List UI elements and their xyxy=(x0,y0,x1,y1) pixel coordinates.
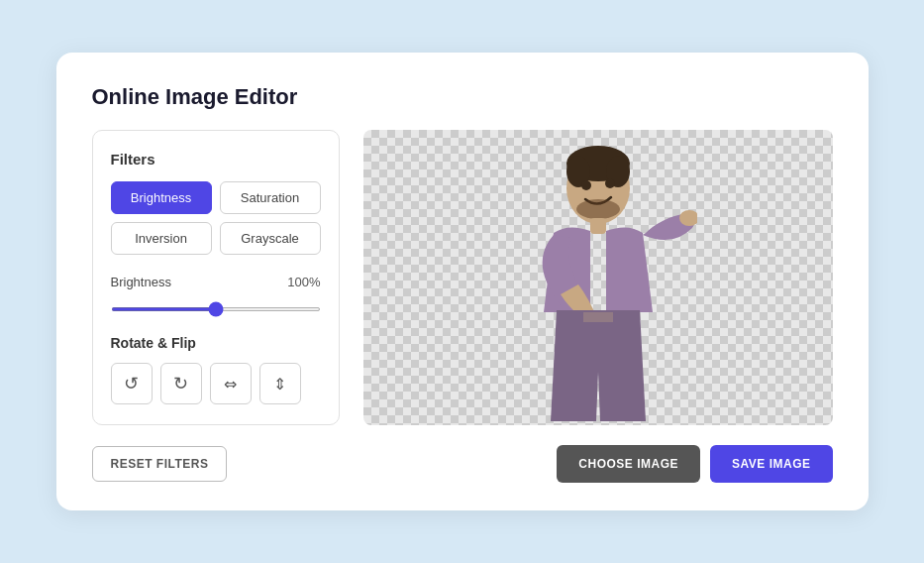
rotate-flip-buttons: ↺ ↻ ⇔ ⇕ xyxy=(111,363,321,404)
choose-image-button[interactable]: CHOOSE IMAGE xyxy=(557,445,700,483)
svg-rect-7 xyxy=(590,218,606,234)
svg-point-5 xyxy=(605,178,615,188)
image-canvas xyxy=(363,130,833,425)
brightness-slider[interactable] xyxy=(111,307,321,311)
person-figure xyxy=(499,134,697,421)
rotate-flip-section: Rotate & Flip ↺ ↻ ⇔ ⇕ xyxy=(111,335,321,404)
app-title: Online Image Editor xyxy=(92,84,833,110)
flip-vertical-icon: ⇕ xyxy=(273,375,286,394)
filter-btn-grayscale[interactable]: Grayscale xyxy=(220,222,321,255)
flip-vertical-button[interactable]: ⇕ xyxy=(259,363,301,404)
slider-name: Brightness xyxy=(111,275,171,289)
save-image-button[interactable]: SAVE IMAGE xyxy=(710,445,832,483)
flip-horizontal-button[interactable]: ⇔ xyxy=(210,363,252,404)
filter-btn-saturation[interactable]: Saturation xyxy=(220,181,321,214)
reset-filters-button[interactable]: RESET FILTERS xyxy=(92,446,228,482)
slider-section: Brightness 100% xyxy=(111,275,321,315)
svg-rect-9 xyxy=(583,312,613,322)
slider-header: Brightness 100% xyxy=(111,275,321,289)
filter-btn-brightness[interactable]: Brightness xyxy=(111,181,212,214)
editor-card: Online Image Editor Filters Brightness S… xyxy=(56,53,869,510)
rotate-flip-label: Rotate & Flip xyxy=(111,335,321,351)
footer-row: RESET FILTERS CHOOSE IMAGE SAVE IMAGE xyxy=(92,445,833,483)
svg-point-6 xyxy=(576,199,620,219)
svg-point-4 xyxy=(581,180,591,190)
rotate-right-button[interactable]: ↻ xyxy=(160,363,202,404)
rotate-left-button[interactable]: ↺ xyxy=(111,363,153,404)
editor-body: Filters Brightness Saturation Inversion … xyxy=(92,130,833,425)
filter-buttons-grid: Brightness Saturation Inversion Grayscal… xyxy=(111,181,321,255)
slider-value: 100% xyxy=(287,275,320,289)
rotate-right-icon: ↻ xyxy=(173,373,188,394)
flip-horizontal-icon: ⇔ xyxy=(224,375,237,394)
filters-label: Filters xyxy=(111,151,321,168)
rotate-left-icon: ↺ xyxy=(124,373,139,394)
filters-panel: Filters Brightness Saturation Inversion … xyxy=(92,130,340,425)
filter-btn-inversion[interactable]: Inversion xyxy=(111,222,212,255)
action-buttons: CHOOSE IMAGE SAVE IMAGE xyxy=(557,445,832,483)
